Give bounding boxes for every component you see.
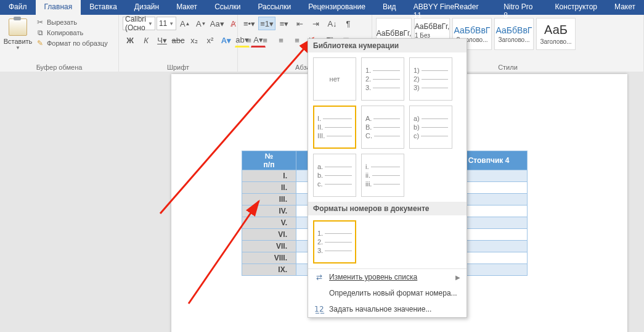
grow-font-button[interactable]: A▲ xyxy=(177,17,192,30)
sort-button[interactable]: A↓ xyxy=(325,17,340,30)
style-title[interactable]: АаБЗаголово... xyxy=(536,18,576,50)
paste-icon xyxy=(9,19,27,36)
numbering-option[interactable]: 1.2.3. xyxy=(361,57,404,101)
numbering-option[interactable]: a.b.c. xyxy=(313,154,356,197)
ribbon-tabs: Файл Главная Вставка Дизайн Макет Ссылки… xyxy=(0,0,644,15)
subscript-button[interactable]: x₂ xyxy=(187,33,202,47)
group-label-font: Шрифт xyxy=(123,62,234,71)
justify-button[interactable]: ≡ xyxy=(290,33,304,47)
numbering-dropdown: Библиотека нумерации нет 1.2.3.1)2)3)I.I… xyxy=(308,38,467,318)
group-label-clipboard: Буфер обмена xyxy=(4,62,115,71)
dd-set-start[interactable]: 1̲2̲Задать начальное значение... xyxy=(308,301,467,317)
group-font: Calibri (Осно▼ 11▼ A▲ A▼ Aa▾ A̷ Ж К Ч▾ a… xyxy=(119,15,238,72)
brush-icon: ✎ xyxy=(36,39,44,48)
tab-insert[interactable]: Вставка xyxy=(81,0,126,15)
table-cell-num[interactable]: V. xyxy=(242,217,296,229)
align-right-button[interactable]: ≡ xyxy=(274,33,288,47)
list-level-icon: ⇄ xyxy=(314,273,324,281)
paste-button[interactable]: Вставить ▼ xyxy=(4,17,32,51)
table-cell-num[interactable]: VIII. xyxy=(242,252,296,264)
table-cell-num[interactable]: I. xyxy=(242,170,296,182)
th-num: № п/п xyxy=(242,151,296,170)
tab-home[interactable]: Главная xyxy=(36,0,81,15)
text-effects-button[interactable]: A▾ xyxy=(219,33,234,47)
copy-icon: ⧉ xyxy=(36,28,44,37)
numbering-option[interactable]: i.ii.iii. xyxy=(361,154,404,197)
dd-library-grid: нет 1.2.3.1)2)3)I.II.III.A.B.C.a)b)c)a.b… xyxy=(308,52,467,202)
dd-change-level[interactable]: ⇄Изменить уровень списка▶ xyxy=(308,269,467,285)
tab-layout2[interactable]: Макет xyxy=(606,0,644,15)
align-left-button[interactable]: ≡ xyxy=(242,33,256,47)
group-clipboard: Вставить ▼ ✂Вырезать ⧉Копировать ✎Формат… xyxy=(0,15,119,72)
style-h2[interactable]: АаБбВвГЗаголово... xyxy=(494,18,534,50)
underline-button[interactable]: Ч▾ xyxy=(155,33,169,47)
tab-design[interactable]: Дизайн xyxy=(126,0,168,15)
numbering-option-doc[interactable]: 1.2.3. xyxy=(313,220,356,264)
tab-nitro[interactable]: Nitro Pro 8 xyxy=(495,0,546,15)
numbering-button[interactable]: ≡1▾ xyxy=(258,17,275,30)
italic-button[interactable]: К xyxy=(139,33,153,47)
font-name-combo[interactable]: Calibri (Осно▼ xyxy=(123,17,155,30)
table-cell-num[interactable]: VI. xyxy=(242,229,296,241)
superscript-button[interactable]: x² xyxy=(203,33,218,47)
multilevel-button[interactable]: ≡▾ xyxy=(277,17,291,30)
align-center-button[interactable]: ≡ xyxy=(258,33,272,47)
bold-button[interactable]: Ж xyxy=(123,33,137,47)
table-cell-num[interactable]: IV. xyxy=(242,205,296,217)
tab-construct[interactable]: Конструктор xyxy=(547,0,606,15)
format-painter-button[interactable]: ✎Формат по образцу xyxy=(36,39,108,48)
tab-refs[interactable]: Ссылки xyxy=(206,0,249,15)
shrink-font-button[interactable]: A▼ xyxy=(194,17,208,30)
bullets-button[interactable]: ≡•▾ xyxy=(242,17,257,30)
numbering-option[interactable]: a)b)c) xyxy=(409,106,452,149)
tab-view[interactable]: Вид xyxy=(374,0,405,15)
dd-section-library: Библиотека нумерации xyxy=(308,39,467,52)
start-value-icon: 1̲2̲ xyxy=(314,305,324,313)
dd-section-docfmt: Форматы номеров в документе xyxy=(308,202,467,215)
tab-abbyy[interactable]: ABBYY FineReader 11 xyxy=(405,0,495,15)
table-cell-num[interactable]: VII. xyxy=(242,241,296,252)
decrease-indent-button[interactable]: ⇤ xyxy=(293,17,308,30)
change-case-button[interactable]: Aa▾ xyxy=(210,17,224,30)
table-cell-num[interactable]: II. xyxy=(242,182,296,194)
strike-button[interactable]: abc xyxy=(171,33,185,47)
tab-mail[interactable]: Рассылки xyxy=(249,0,300,15)
show-marks-button[interactable]: ¶ xyxy=(341,17,356,30)
copy-button[interactable]: ⧉Копировать xyxy=(36,28,108,37)
tab-file[interactable]: Файл xyxy=(0,0,36,15)
font-size-combo[interactable]: 11▼ xyxy=(157,17,176,30)
numbering-option[interactable]: A.B.C. xyxy=(361,106,404,149)
numbering-option[interactable]: 1)2)3) xyxy=(409,57,452,101)
numbering-option-none[interactable]: нет xyxy=(313,57,356,101)
dd-define-format[interactable]: Определить новый формат номера... xyxy=(308,285,467,301)
increase-indent-button[interactable]: ⇥ xyxy=(309,17,324,30)
scissors-icon: ✂ xyxy=(36,18,44,27)
tab-review[interactable]: Рецензирование xyxy=(300,0,374,15)
tab-layout[interactable]: Макет xyxy=(168,0,206,15)
table-cell-num[interactable]: IX. xyxy=(242,264,296,276)
numbering-option[interactable]: I.II.III. xyxy=(313,106,356,149)
cut-button[interactable]: ✂Вырезать xyxy=(36,18,108,27)
table-cell-num[interactable]: III. xyxy=(242,194,296,205)
